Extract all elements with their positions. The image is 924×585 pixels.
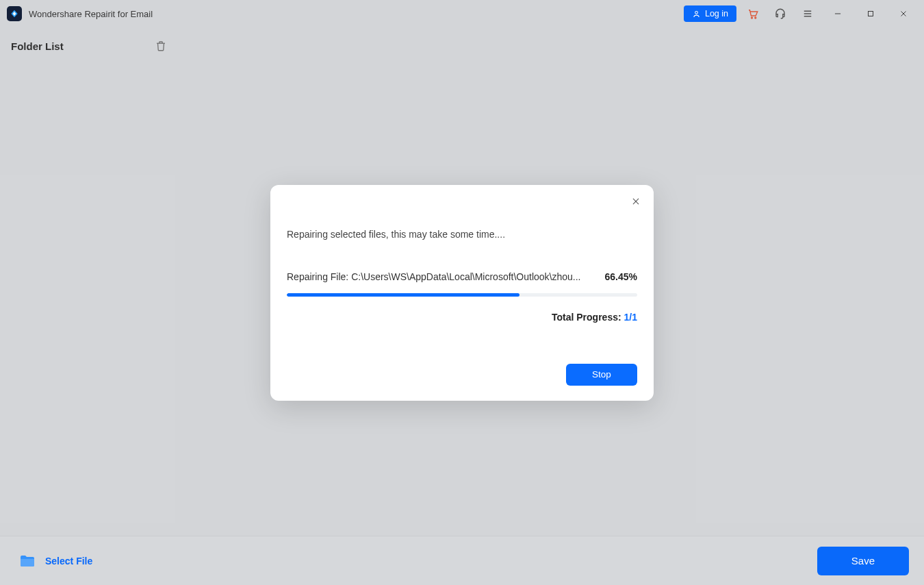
close-icon[interactable] (628, 193, 644, 210)
progress-dialog: Repairing selected files, this may take … (270, 185, 654, 401)
total-progress-total: 1 (632, 312, 637, 323)
modal-actions: Stop (287, 364, 637, 386)
progress-bar (287, 293, 637, 297)
progress-percent: 66.45% (605, 271, 637, 282)
modal-overlay: Repairing selected files, this may take … (0, 0, 924, 585)
progress-bar-fill (287, 293, 519, 297)
progress-file-row: Repairing File: C:\Users\WS\AppData\Loca… (287, 271, 637, 282)
total-progress-label: Total Progress: (552, 312, 624, 323)
progress-file-label: Repairing File: C:\Users\WS\AppData\Loca… (287, 271, 591, 282)
stop-button[interactable]: Stop (566, 364, 637, 386)
total-progress-row: Total Progress: 1/1 (287, 312, 637, 323)
progress-message: Repairing selected files, this may take … (287, 229, 637, 240)
